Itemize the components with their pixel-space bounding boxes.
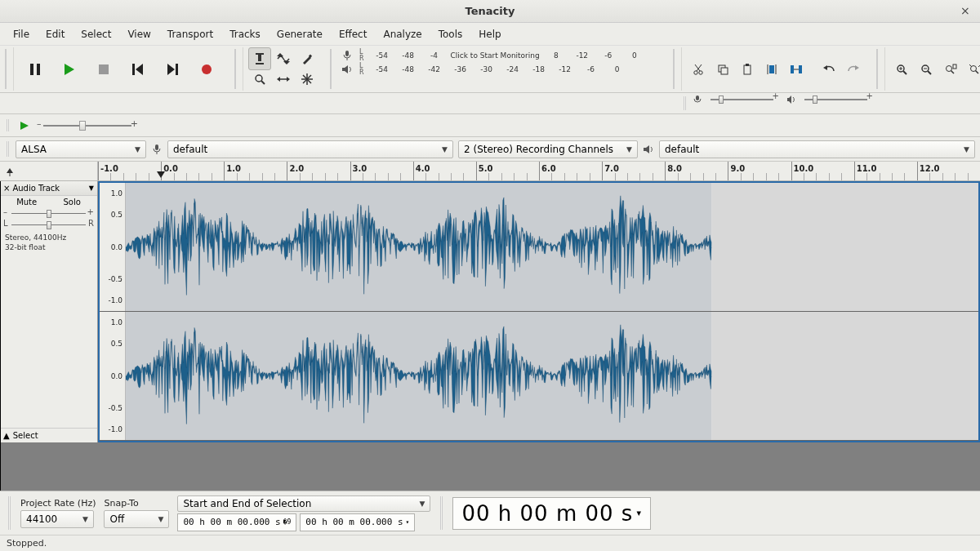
track-menu-icon[interactable]: ▼ [89, 184, 94, 192]
undo-button[interactable] [817, 58, 840, 81]
play-at-speed-toolbar: –+ [0, 114, 980, 137]
menu-tracks[interactable]: Tracks [221, 25, 269, 43]
pause-button[interactable] [19, 55, 51, 84]
grip[interactable] [5, 49, 7, 89]
selection-toolbar: Project Rate (Hz) 44100▼ Snap-To Off▼ St… [0, 491, 980, 535]
track-name: Audio Track [12, 184, 60, 193]
waveform-left-channel[interactable]: 1.00.50.0-0.5-1.0 [100, 183, 978, 312]
track-header[interactable]: × Audio Track ▼ [0, 181, 97, 196]
grip[interactable] [234, 49, 236, 89]
svg-rect-11 [256, 63, 264, 64]
grip[interactable] [7, 119, 9, 131]
envelope-tool[interactable] [272, 47, 295, 70]
svg-point-8 [202, 64, 212, 74]
selection-end-time[interactable]: 00 h 00 m 00.000 s▾ [300, 513, 415, 531]
track-close-icon[interactable]: × [3, 184, 10, 193]
paste-button[interactable] [736, 58, 759, 81]
fit-project-button[interactable] [964, 58, 980, 81]
skip-end-button[interactable] [156, 55, 189, 84]
svg-line-49 [928, 71, 931, 74]
mic-icon [693, 95, 702, 112]
svg-marker-41 [823, 65, 827, 70]
grip[interactable] [8, 496, 11, 530]
record-meter[interactable]: -54-48-4 Click to Start Monitoring 8-12-… [369, 50, 663, 61]
recording-device-dropdown[interactable]: default▼ [167, 140, 453, 158]
close-icon[interactable]: × [960, 5, 973, 18]
waveform-display[interactable]: 1.00.50.0-0.5-1.0 1.00.50.0-0.5-1.0 [98, 181, 980, 442]
grip[interactable] [7, 141, 9, 157]
trim-button[interactable] [760, 58, 783, 81]
menu-edit[interactable]: Edit [38, 25, 73, 43]
svg-point-15 [256, 75, 262, 82]
skip-start-button[interactable] [122, 55, 154, 84]
menu-effect[interactable]: Effect [331, 25, 376, 43]
play-button[interactable] [53, 55, 86, 84]
menu-view[interactable]: View [119, 25, 158, 43]
svg-rect-69 [711, 183, 978, 311]
timeline-pin[interactable] [0, 162, 98, 180]
svg-rect-4 [132, 64, 135, 75]
meters: LR -54-48-4 Click to Start Monitoring 8-… [338, 47, 666, 91]
playback-speed-slider[interactable]: –+ [38, 120, 136, 131]
zoom-out-button[interactable] [915, 58, 938, 81]
device-toolbar: ALSA▼ default▼ 2 (Stereo) Recording Chan… [0, 137, 980, 162]
cut-button[interactable] [687, 58, 710, 81]
svg-marker-67 [157, 171, 165, 178]
play-at-speed-button[interactable] [17, 118, 32, 133]
grip[interactable] [673, 49, 675, 89]
record-button[interactable] [190, 55, 223, 84]
recording-volume-slider[interactable]: + [707, 95, 777, 104]
redo-button[interactable] [842, 58, 865, 81]
menu-generate[interactable]: Generate [269, 25, 331, 43]
menu-transport[interactable]: Transport [159, 25, 221, 43]
empty-track-area[interactable] [0, 442, 980, 491]
silence-button[interactable] [785, 58, 808, 81]
timeshift-tool[interactable] [272, 68, 295, 91]
mic-icon [151, 144, 163, 155]
project-rate-dropdown[interactable]: 44100▼ [20, 510, 94, 528]
pan-slider[interactable]: LR [0, 220, 97, 231]
playback-volume-slider[interactable]: + [801, 95, 871, 104]
recording-channels-dropdown[interactable]: 2 (Stereo) Recording Channels▼ [458, 140, 638, 158]
menu-tools[interactable]: Tools [430, 25, 471, 43]
grip[interactable] [440, 496, 443, 530]
menu-select[interactable]: Select [73, 25, 119, 43]
fit-selection-button[interactable] [939, 58, 962, 81]
svg-rect-52 [953, 64, 956, 69]
timeline[interactable]: -1.00.01.02.03.04.05.06.07.08.09.010.011… [0, 162, 980, 181]
menu-analyze[interactable]: Analyze [375, 25, 430, 43]
svg-rect-32 [721, 68, 728, 74]
grip[interactable] [876, 49, 878, 89]
zoom-in-button[interactable] [890, 58, 913, 81]
zoom-tool[interactable] [248, 68, 271, 91]
menu-file[interactable]: File [5, 25, 38, 43]
selection-start-time[interactable]: 00 h 00 m 00.000 s�9 [177, 513, 296, 531]
audio-position-display[interactable]: 00 h 00 m 00 s▾ [452, 497, 650, 530]
grip[interactable] [330, 49, 332, 89]
gain-slider[interactable]: –+ [0, 208, 97, 220]
svg-rect-39 [799, 65, 802, 73]
waveform-right-channel[interactable]: 1.00.50.0-0.5-1.0 [100, 312, 978, 441]
svg-rect-1 [37, 64, 40, 75]
solo-button[interactable]: Solo [63, 198, 80, 207]
snap-to-label: Snap-To [104, 498, 169, 509]
mic-icon[interactable] [341, 50, 353, 61]
audio-host-dropdown[interactable]: ALSA▼ [16, 140, 146, 158]
snap-to-dropdown[interactable]: Off▼ [104, 510, 169, 528]
speaker-icon[interactable] [341, 64, 353, 75]
grip[interactable] [684, 96, 686, 110]
speaker-icon [643, 144, 654, 155]
draw-tool[interactable] [296, 47, 318, 70]
playback-meter[interactable]: -54-48-42-36-30-24-18-12-60 [369, 64, 663, 75]
playback-device-dropdown[interactable]: default▼ [659, 140, 975, 158]
stop-button[interactable] [87, 55, 120, 84]
svg-rect-33 [744, 65, 751, 74]
track-collapse[interactable]: ▲ Select [0, 428, 97, 442]
mute-button[interactable]: Mute [16, 198, 37, 207]
selection-mode-dropdown[interactable]: Start and End of Selection▼ [177, 495, 430, 512]
copy-button[interactable] [711, 58, 734, 81]
selection-tool[interactable] [248, 47, 271, 70]
menu-help[interactable]: Help [470, 25, 509, 43]
multi-tool[interactable] [296, 68, 318, 91]
svg-marker-12 [277, 53, 283, 56]
